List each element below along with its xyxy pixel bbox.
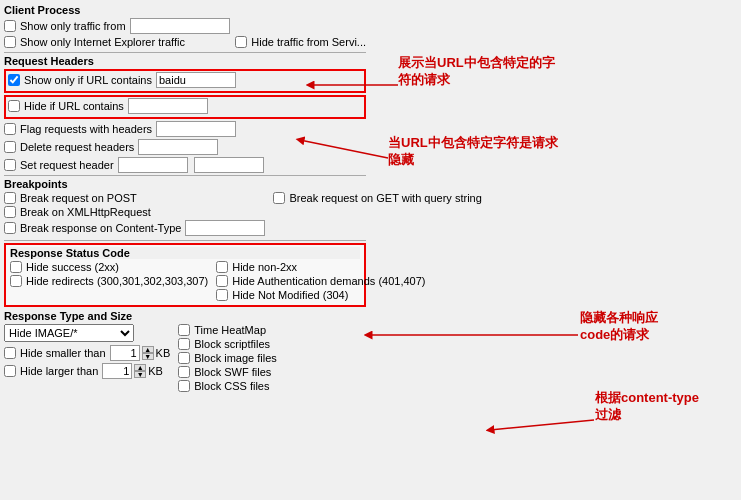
time-heatmap-checkbox[interactable] bbox=[178, 324, 190, 336]
hide-not-modified-checkbox[interactable] bbox=[216, 289, 228, 301]
client-process-title: Client Process bbox=[4, 4, 366, 16]
annotation-2: 当URL中包含特定字符是请求隐藏 bbox=[388, 135, 558, 169]
break-xmlhttp-row: Break on XMLHttpRequest bbox=[4, 206, 265, 218]
delete-headers-input[interactable] bbox=[138, 139, 218, 155]
block-scriptfiles-label: Block scriptfiles bbox=[194, 338, 270, 350]
hide-not-modified-row: Hide Not Modified (304) bbox=[216, 289, 425, 301]
break-get-checkbox[interactable] bbox=[273, 192, 285, 204]
break-post-row: Break request on POST bbox=[4, 192, 265, 204]
hide-larger-unit: KB bbox=[148, 365, 163, 377]
response-type-dropdown[interactable]: Hide IMAGE/* Show IMAGE/* Show all bbox=[4, 324, 134, 342]
block-imagefiles-checkbox[interactable] bbox=[178, 352, 190, 364]
hide-larger-row: Hide larger than ▲ ▼ KB bbox=[4, 363, 170, 379]
hide-traffic-checkbox[interactable] bbox=[235, 36, 247, 48]
hide-if-url-checkbox[interactable] bbox=[8, 100, 20, 112]
hide-traffic-row: Hide traffic from Servi... bbox=[235, 36, 366, 48]
hide-larger-up[interactable]: ▲ bbox=[134, 364, 146, 371]
block-css-row: Block CSS files bbox=[178, 380, 366, 392]
hide-smaller-down[interactable]: ▼ bbox=[142, 353, 154, 360]
request-headers-title: Request Headers bbox=[4, 55, 366, 67]
flag-requests-label: Flag requests with headers bbox=[20, 123, 152, 135]
block-scriptfiles-row: Block scriptfiles bbox=[178, 338, 366, 350]
main-panel: Client Process Show only traffic from Sh… bbox=[0, 0, 370, 398]
svg-line-3 bbox=[490, 420, 594, 430]
break-get-row: Break request on GET with query string bbox=[273, 192, 481, 204]
show-only-traffic-input[interactable] bbox=[130, 18, 230, 34]
flag-requests-checkbox[interactable] bbox=[4, 123, 16, 135]
block-swf-checkbox[interactable] bbox=[178, 366, 190, 378]
break-response-label: Break response on Content-Type bbox=[20, 222, 181, 234]
set-header-checkbox[interactable] bbox=[4, 159, 16, 171]
hide-success-label: Hide success (2xx) bbox=[26, 261, 119, 273]
flag-requests-input[interactable] bbox=[156, 121, 236, 137]
hide-auth-checkbox[interactable] bbox=[216, 275, 228, 287]
delete-headers-label: Delete request headers bbox=[20, 141, 134, 153]
response-type-section: Response Type and Size Hide IMAGE/* Show… bbox=[4, 310, 366, 394]
response-status-code-section: Response Status Code Hide success (2xx) … bbox=[4, 243, 366, 307]
break-response-input[interactable] bbox=[185, 220, 265, 236]
annotation-1: 展示当URL中包含特定的字符的请求 bbox=[398, 55, 555, 89]
break-xmlhttp-checkbox[interactable] bbox=[4, 206, 16, 218]
hide-non2xx-label: Hide non-2xx bbox=[232, 261, 297, 273]
hide-if-url-row: Hide if URL contains bbox=[4, 95, 366, 119]
client-process-section: Client Process Show only traffic from Sh… bbox=[4, 4, 366, 50]
hide-if-url-label: Hide if URL contains bbox=[24, 100, 124, 112]
delete-headers-checkbox[interactable] bbox=[4, 141, 16, 153]
hide-larger-value[interactable] bbox=[102, 363, 132, 379]
show-only-traffic-checkbox[interactable] bbox=[4, 20, 16, 32]
break-post-label: Break request on POST bbox=[20, 192, 137, 204]
hide-redirects-row: Hide redirects (300,301,302,303,307) bbox=[10, 275, 208, 287]
block-css-label: Block CSS files bbox=[194, 380, 269, 392]
set-request-header-row: Set request header bbox=[4, 157, 366, 173]
hide-non2xx-row: Hide non-2xx bbox=[216, 261, 425, 273]
break-xmlhttp-label: Break on XMLHttpRequest bbox=[20, 206, 151, 218]
hide-smaller-label: Hide smaller than bbox=[20, 347, 106, 359]
show-only-url-input[interactable] bbox=[156, 72, 236, 88]
show-only-url-label: Show only if URL contains bbox=[24, 74, 152, 86]
hide-smaller-spinner: ▲ ▼ KB bbox=[110, 345, 171, 361]
block-imagefiles-row: Block image files bbox=[178, 352, 366, 364]
break-response-checkbox[interactable] bbox=[4, 222, 16, 234]
hide-smaller-checkbox[interactable] bbox=[4, 347, 16, 359]
hide-larger-checkbox[interactable] bbox=[4, 365, 16, 377]
break-get-label: Break request on GET with query string bbox=[289, 192, 481, 204]
set-header-input2[interactable] bbox=[194, 157, 264, 173]
hide-larger-down[interactable]: ▼ bbox=[134, 371, 146, 378]
hide-success-checkbox[interactable] bbox=[10, 261, 22, 273]
show-ie-checkbox[interactable] bbox=[4, 36, 16, 48]
hide-success-row: Hide success (2xx) bbox=[10, 261, 208, 273]
set-header-label: Set request header bbox=[20, 159, 114, 171]
show-only-traffic-row: Show only traffic from bbox=[4, 18, 366, 34]
block-swf-row: Block SWF files bbox=[178, 366, 366, 378]
annotation-4: 根据content-type过滤 bbox=[595, 390, 699, 424]
break-post-checkbox[interactable] bbox=[4, 192, 16, 204]
response-status-title: Response Status Code bbox=[10, 247, 360, 259]
break-response-row: Break response on Content-Type bbox=[4, 220, 265, 236]
hide-auth-label: Hide Authentication demands (401,407) bbox=[232, 275, 425, 287]
time-heatmap-label: Time HeatMap bbox=[194, 324, 266, 336]
hide-redirects-label: Hide redirects (300,301,302,303,307) bbox=[26, 275, 208, 287]
show-ie-label: Show only Internet Explorer traffic bbox=[20, 36, 185, 48]
hide-smaller-row: Hide smaller than ▲ ▼ KB bbox=[4, 345, 170, 361]
flag-requests-row: Flag requests with headers bbox=[4, 121, 366, 137]
hide-larger-spinner: ▲ ▼ KB bbox=[102, 363, 163, 379]
show-only-url-checkbox[interactable] bbox=[8, 74, 20, 86]
request-headers-section: Request Headers Show only if URL contain… bbox=[4, 55, 366, 173]
block-scriptfiles-checkbox[interactable] bbox=[178, 338, 190, 350]
hide-redirects-checkbox[interactable] bbox=[10, 275, 22, 287]
set-header-input1[interactable] bbox=[118, 157, 188, 173]
block-imagefiles-label: Block image files bbox=[194, 352, 277, 364]
show-ie-traffic-row: Show only Internet Explorer traffic bbox=[4, 36, 185, 48]
hide-traffic-label: Hide traffic from Servi... bbox=[251, 36, 366, 48]
block-swf-label: Block SWF files bbox=[194, 366, 271, 378]
hide-non2xx-checkbox[interactable] bbox=[216, 261, 228, 273]
breakpoints-section: Breakpoints Break request on POST Break … bbox=[4, 178, 366, 238]
hide-auth-row: Hide Authentication demands (401,407) bbox=[216, 275, 425, 287]
hide-smaller-value[interactable] bbox=[110, 345, 140, 361]
hide-smaller-unit: KB bbox=[156, 347, 171, 359]
block-css-checkbox[interactable] bbox=[178, 380, 190, 392]
response-type-title: Response Type and Size bbox=[4, 310, 366, 322]
hide-if-url-input[interactable] bbox=[128, 98, 208, 114]
hide-smaller-up[interactable]: ▲ bbox=[142, 346, 154, 353]
show-only-url-row: Show only if URL contains bbox=[4, 69, 366, 93]
